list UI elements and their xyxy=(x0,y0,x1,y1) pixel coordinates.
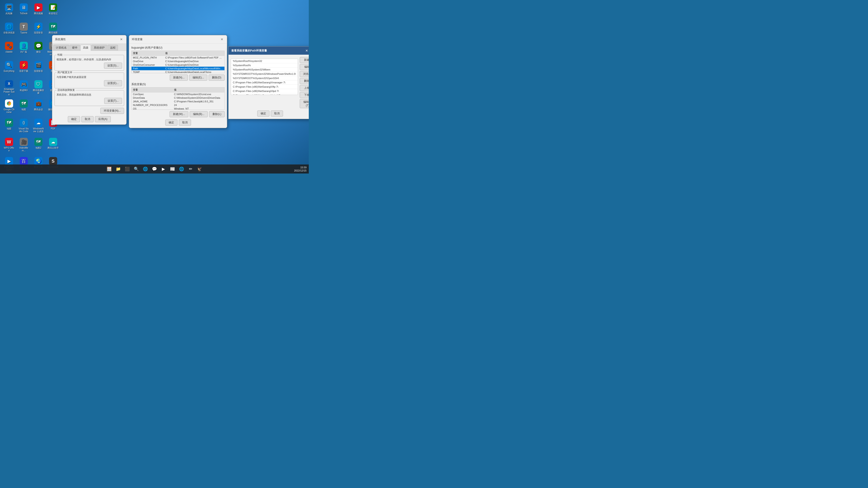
icon-img-2: 🖥 xyxy=(20,3,28,11)
desktop-icon-19[interactable]: 🛡 腾讯电脑管家 xyxy=(32,79,45,97)
taskbar-search[interactable]: 🔍 xyxy=(132,165,141,173)
path-list-item[interactable]: C:\Program Files (x86)\NetSarang\Xlpd 7\ xyxy=(231,89,298,93)
path-new-btn[interactable]: 新建(N) xyxy=(300,57,309,63)
path-list-item[interactable]: C:\Program Files (x86)\NetSarang\Xftp 7\ xyxy=(231,85,298,89)
taskbar-typora[interactable]: ✏ xyxy=(186,165,195,173)
path-dialog-close-btn[interactable]: ✕ xyxy=(305,48,309,53)
taskbar-terminal[interactable]: ⬛ xyxy=(123,165,131,173)
sys-props-titlebar: 系统属性 ✕ xyxy=(52,35,126,43)
path-list-container[interactable]: %SystemRoot%\system32%SystemRoot%%System… xyxy=(231,59,298,95)
sys-props-ok-btn[interactable]: 确定 xyxy=(68,116,80,122)
path-list-item[interactable]: %SystemRoot%\system32 xyxy=(231,59,298,63)
path-up-btn[interactable]: 上移(U) xyxy=(300,85,309,91)
env-cancel-btn[interactable]: 取消 xyxy=(179,120,191,126)
tab-system-protect[interactable]: 系统保护 xyxy=(91,45,107,51)
tab-computer-name[interactable]: 计算机名 xyxy=(53,45,69,51)
path-browse-btn[interactable]: 浏览(B)... xyxy=(300,71,309,77)
desktop-icon-15[interactable]: 🎬 迅雷影音 xyxy=(32,60,45,78)
taskbar-wechat[interactable]: 💬 xyxy=(150,165,158,173)
desktop-icon-13[interactable]: 🔍 Everything xyxy=(2,60,16,78)
env-ok-btn[interactable]: 确定 xyxy=(165,120,178,126)
desktop-icon-32[interactable]: ☁ 腾讯云助手 xyxy=(46,137,60,155)
path-ok-btn[interactable]: 确定 xyxy=(257,110,270,117)
sys-var-row[interactable]: JAVA_HOMEC:\Program Files\Java\jdk1.8.0_… xyxy=(131,100,224,103)
desktop-icon-3[interactable]: ▶ 腾讯视频 xyxy=(32,2,45,20)
sys-var-row[interactable]: ComSpecC:\WINDOWS\system32\cmd.exe xyxy=(131,92,224,96)
user-vars-table-container[interactable]: 变量 值 MOZ_PLUGIN_PATHC:\Program Files (x8… xyxy=(131,51,225,73)
desktop-icon-7[interactable]: ⚡ 迅雷影音 xyxy=(32,22,45,39)
user-profile-settings-btn[interactable]: 设置(E)... xyxy=(104,80,122,86)
tab-advanced[interactable]: 高级 xyxy=(81,45,91,51)
path-list-item[interactable]: %SystemRoot%\System32\Wbem xyxy=(231,68,298,72)
sys-var-row[interactable]: OSWindows_NT xyxy=(131,107,224,110)
path-cancel-btn[interactable]: 取消 xyxy=(271,110,283,117)
desktop-icon-4[interactable]: 📝 有道笔记 xyxy=(46,2,60,20)
perf-settings-btn[interactable]: 设置(S)... xyxy=(104,63,122,69)
desktop-icon-31[interactable]: 🗺 地图2 xyxy=(32,137,45,155)
path-edit-text-btn[interactable]: 编辑文本(T)... xyxy=(300,99,309,108)
taskbar-chrome[interactable]: 🌐 xyxy=(178,165,186,173)
desktop-icon-27[interactable]: ☁ WindowsNow 云桌面 xyxy=(32,118,45,135)
sys-vars-table-container[interactable]: 变量 值 ComSpecC:\WINDOWS\system32\cmd.exeD… xyxy=(131,87,225,110)
desktop-icon-14[interactable]: ⚡ 迅雷下载 xyxy=(17,60,31,78)
user-edit-btn[interactable]: 编辑(E)... xyxy=(189,74,207,80)
desktop-icon-23[interactable]: 💼 腾讯会议 xyxy=(32,98,45,116)
path-list-item[interactable]: %SYSTEMROOT%\System32\WindowsPowerShell\… xyxy=(231,72,298,76)
sys-var-row[interactable]: NUMBER_OF_PROCESSORS24 xyxy=(131,103,224,107)
env-vars-btn[interactable]: 环境变量(N)... xyxy=(100,108,124,114)
user-new-btn[interactable]: 新建(N)... xyxy=(170,74,188,80)
path-dialog[interactable]: 查看系统变量的Path环境变量 ✕ %SystemRoot%\system32%… xyxy=(228,46,309,119)
path-edit-btn[interactable]: 编辑(E) xyxy=(300,64,309,70)
desktop-icon-18[interactable]: 🎮 奇迹MU xyxy=(17,79,31,97)
desktop-icon-25[interactable]: 🗺 地图 xyxy=(2,118,16,135)
sys-edit-btn[interactable]: 编辑(B)... xyxy=(190,111,208,117)
tab-hardware[interactable]: 硬件 xyxy=(70,45,80,51)
taskbar-clock[interactable]: 15:59 xyxy=(294,166,307,169)
desktop-icon-30[interactable]: 🎥 VideoMem... xyxy=(17,137,31,155)
sys-props-cancel-btn[interactable]: 取消 xyxy=(81,116,94,122)
desktop-icon-26[interactable]: {} Visual Studio Code xyxy=(17,118,31,135)
desktop-icon-21[interactable]: Google Chrome xyxy=(2,98,16,116)
desktop-icon-11[interactable]: 💬 微信 xyxy=(32,41,45,59)
user-var-row[interactable]: MOZ_PLUGIN_PATHC:\Program Files (x86)\Fo… xyxy=(131,56,224,60)
desktop-icon-10[interactable]: 👤 刘广磊 xyxy=(17,41,31,59)
desktop-icon-2[interactable]: 🖥 ToDesk xyxy=(17,2,31,20)
env-dialog[interactable]: 环境变量 ✕ liuguanglei 的用户变量(U) 变量 值 xyxy=(129,35,227,128)
taskbar-edge[interactable]: 🌐 xyxy=(141,165,149,173)
taskbar-news[interactable]: 📰 xyxy=(168,165,177,173)
tab-remote[interactable]: 远程 xyxy=(107,45,118,51)
desktop-icon-17[interactable]: X Xmanager Power Suite xyxy=(2,79,16,97)
taskbar-file-explorer[interactable]: 📁 xyxy=(114,165,122,173)
path-down-btn[interactable]: 下移(O) xyxy=(300,92,309,98)
path-list-item[interactable]: C:\Program Files (x86)\NetSarang\Xshell … xyxy=(231,93,298,95)
desktop-icon-1[interactable]: 🖥️ 此电脑 xyxy=(2,2,16,20)
desktop-icon-9[interactable]: 🐾 clawdo xyxy=(2,41,16,59)
desktop-icon-29[interactable]: W WPS Office xyxy=(2,137,16,155)
taskbar-start-btn[interactable]: 🪟 xyxy=(105,165,113,173)
user-var-row[interactable]: TEMPC:\Users\liuguanglei\AppData\Local\T… xyxy=(131,70,224,73)
user-var-row[interactable]: OneDriveConsumerC:\Users\liuguanglei\One… xyxy=(131,63,224,67)
path-list-item[interactable]: %SystemRoot% xyxy=(231,63,298,68)
path-delete-btn[interactable]: 删除(D) xyxy=(300,78,309,84)
startup-settings-btn[interactable]: 设置(T)... xyxy=(104,98,122,104)
sys-props-dialog[interactable]: 系统属性 ✕ 计算机名 硬件 高级 系统保护 远程 性能 视觉效果，处理器计划，… xyxy=(52,35,127,125)
taskbar-potplayer[interactable]: ▶ xyxy=(159,165,167,173)
path-list-item[interactable]: C:\Program Files (x86)\NetSarang\Xmanage… xyxy=(231,80,298,85)
env-close-btn[interactable]: ✕ xyxy=(220,37,224,41)
taskbar-eagle[interactable]: 🦅 xyxy=(195,165,204,173)
user-var-row[interactable]: OneDriveC:\Users\liuguanglei\OneDrive xyxy=(131,59,224,63)
sys-delete-btn[interactable]: 删除(L) xyxy=(209,111,225,117)
sys-props-close-btn[interactable]: ✕ xyxy=(119,37,124,41)
env-bottom-btns: 确定 取消 xyxy=(131,120,225,126)
sys-new-btn[interactable]: 新建(W)... xyxy=(169,111,188,117)
taskbar-time: 15:59 2022/12/15 xyxy=(294,166,307,172)
path-list-item[interactable]: %SYSTEMROOT%\System32\OpenSSH\ xyxy=(231,76,298,80)
icon-label-25: 地图 xyxy=(7,127,11,130)
sys-props-apply-btn[interactable]: 应用(A) xyxy=(95,116,111,122)
sys-var-row[interactable]: DriverDataC:\Windows\System32\Drivers\Dr… xyxy=(131,96,224,100)
user-var-row[interactable]: PathC:\Users\liuguanglei\AppData\Local\M… xyxy=(131,67,224,70)
desktop-icon-6[interactable]: T Typora xyxy=(17,22,31,39)
desktop-icon-5[interactable]: 🌐 谷歌浏览器 xyxy=(2,22,16,39)
user-delete-btn[interactable]: 删除(D) xyxy=(209,74,225,80)
desktop-icon-22[interactable]: 🗺 地图 xyxy=(17,98,31,116)
